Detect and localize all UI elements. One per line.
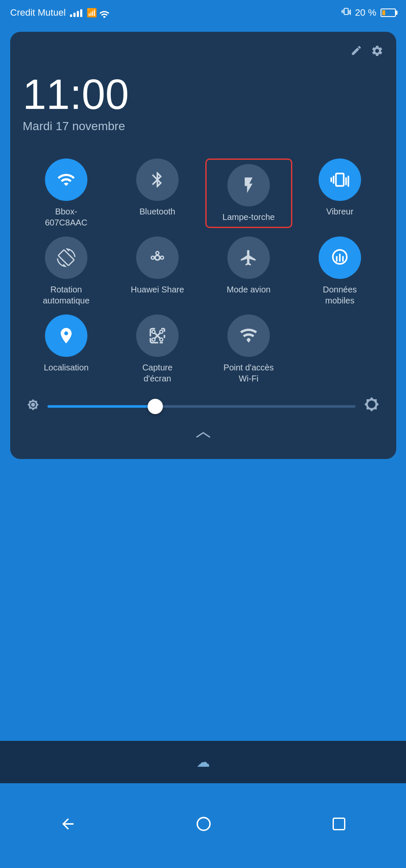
location-tile-label: Localisation: [44, 362, 89, 373]
svg-point-13: [197, 818, 210, 830]
hotspot-tile-circle: [227, 314, 270, 357]
battery-percent: 20 %: [355, 7, 376, 18]
recents-button[interactable]: [331, 816, 347, 835]
bluetooth-tile-circle: [136, 159, 179, 201]
status-bar: Credit Mutuel 📶 20 %: [0, 0, 406, 25]
screenshot-tile-circle: [136, 314, 179, 357]
brightness-row: [23, 397, 384, 416]
hotspot-tile-label: Point d'accès Wi-Fi: [224, 362, 274, 384]
tile-rotation[interactable]: Rotation automatique: [23, 236, 110, 306]
tile-huawei-share[interactable]: Huawei Share: [114, 236, 201, 306]
battery-icon: [381, 8, 396, 17]
vibrate-icon: [342, 7, 351, 19]
vibration-tile-label: Vibreur: [326, 206, 353, 217]
time-display: 11:00: [23, 73, 384, 115]
svg-point-11: [152, 330, 155, 333]
rotation-tile-label: Rotation automatique: [43, 284, 90, 306]
home-area: ☁: [0, 741, 406, 783]
huawei-share-tile-circle: [136, 236, 179, 279]
tile-bluetooth[interactable]: Bluetooth: [114, 159, 201, 228]
svg-point-0: [155, 256, 160, 260]
flashlight-tile-circle: [227, 164, 270, 206]
wifi-tile-label: Bbox- 607C8AAC: [45, 206, 87, 228]
tile-airplane[interactable]: Mode avion: [205, 236, 292, 306]
brightness-slider-thumb[interactable]: [148, 399, 163, 414]
tile-hotspot[interactable]: Point d'accès Wi-Fi: [205, 314, 292, 384]
back-button[interactable]: [59, 815, 76, 836]
battery-fill: [382, 10, 385, 15]
mobile-data-tile-label: Données mobiles: [323, 284, 357, 306]
flashlight-tile-label: Lampe-torche: [222, 211, 274, 223]
screenshot-tile-label: Capture d'écran: [142, 362, 172, 384]
notification-panel: 11:00 Mardi 17 novembre Bbox- 607C8AAC: [10, 32, 396, 459]
tile-screenshot[interactable]: Capture d'écran: [114, 314, 201, 384]
airplane-tile-circle: [227, 236, 270, 279]
svg-point-9: [160, 330, 163, 333]
mobile-data-tile-circle: [319, 236, 361, 279]
tile-flashlight[interactable]: Lampe-torche: [211, 164, 287, 223]
tiles-grid: Bbox- 607C8AAC Bluetooth: [23, 159, 384, 384]
status-right: 20 %: [342, 7, 396, 19]
airplane-tile-label: Mode avion: [227, 284, 270, 295]
status-left: Credit Mutuel 📶: [10, 7, 109, 18]
vibration-tile-circle: [319, 159, 361, 201]
brightness-slider-fill: [48, 405, 155, 408]
nav-bar: [0, 783, 406, 868]
wifi-status-icon: 📶: [87, 8, 110, 18]
tile-wifi[interactable]: Bbox- 607C8AAC: [23, 159, 110, 228]
wifi-tile-circle: [45, 159, 87, 201]
svg-point-8: [152, 338, 155, 341]
carrier-label: Credit Mutuel: [10, 7, 66, 18]
signal-bars: [70, 8, 82, 17]
tile-vibration[interactable]: Vibreur: [297, 159, 384, 228]
date-display: Mardi 17 novembre: [23, 120, 384, 133]
bluetooth-tile-label: Bluetooth: [140, 206, 176, 217]
flashlight-highlight-border: Lampe-torche: [205, 159, 292, 228]
rotation-tile-circle: [45, 236, 87, 279]
tile-flashlight-wrapper: Lampe-torche: [205, 159, 292, 228]
location-tile-circle: [45, 314, 87, 357]
tile-location[interactable]: Localisation: [23, 314, 110, 384]
settings-icon[interactable]: [371, 45, 384, 60]
huawei-share-tile-label: Huawei Share: [131, 284, 184, 295]
panel-header-icons: [23, 45, 384, 60]
svg-rect-14: [333, 818, 344, 829]
cloud-icon: ☁: [196, 754, 210, 770]
tile-mobile-data[interactable]: Données mobiles: [297, 236, 384, 306]
chevron-row[interactable]: [23, 428, 384, 442]
svg-point-12: [160, 338, 163, 341]
brightness-slider-track[interactable]: [48, 405, 356, 408]
brightness-high-icon: [364, 397, 379, 416]
home-button[interactable]: [195, 815, 212, 836]
edit-icon[interactable]: [350, 45, 362, 60]
brightness-low-icon: [27, 399, 39, 414]
chevron-up-icon: [195, 428, 212, 442]
